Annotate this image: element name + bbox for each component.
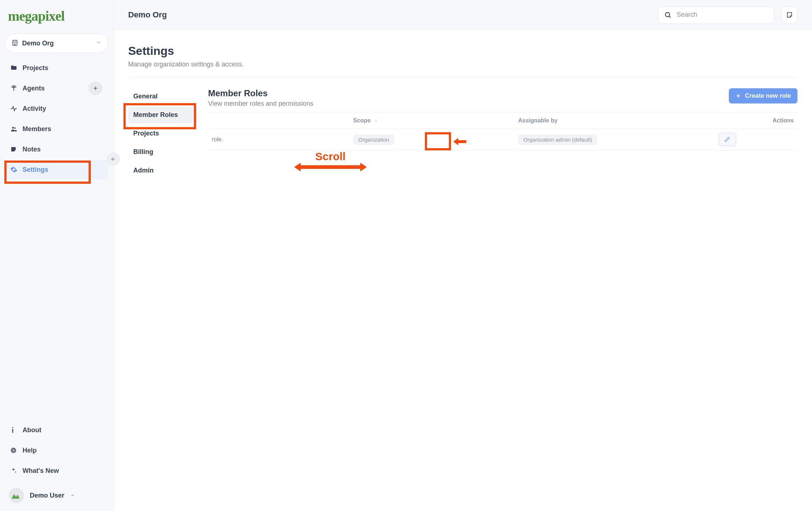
breadcrumb-title: Demo Org xyxy=(128,10,167,20)
pencil-icon xyxy=(724,137,730,142)
svg-rect-3 xyxy=(14,42,15,43)
chevron-down-icon xyxy=(96,40,101,46)
create-role-button[interactable]: Create new role xyxy=(729,88,797,104)
tab-billing[interactable]: Billing xyxy=(128,144,197,160)
nav-label: Help xyxy=(23,447,37,454)
nav-about[interactable]: About xyxy=(5,420,108,440)
svg-rect-13 xyxy=(12,429,13,433)
tab-general[interactable]: General xyxy=(128,88,197,105)
info-icon xyxy=(10,427,23,433)
nav-agents[interactable]: Agents xyxy=(5,78,108,98)
panel-title: Member Roles xyxy=(208,88,313,98)
nav-label: Agents xyxy=(23,85,45,92)
assignable-chip: Organization admin (default) xyxy=(518,134,597,145)
org-selector[interactable]: Demo Org xyxy=(5,33,108,53)
roles-table: Scope Assignable by Actions role. Organi… xyxy=(208,113,797,151)
svg-point-7 xyxy=(13,87,15,88)
svg-line-18 xyxy=(669,16,671,17)
sparkles-icon xyxy=(10,467,23,474)
note-icon xyxy=(10,146,23,153)
role-name-cell: role. xyxy=(208,129,350,151)
brand-logo: megapixel xyxy=(8,8,105,24)
nav-label: Settings xyxy=(23,166,48,174)
tab-member-roles[interactable]: Member Roles xyxy=(128,107,197,123)
chevron-up-icon xyxy=(70,493,75,498)
svg-point-11 xyxy=(14,127,16,129)
nav-label: Activity xyxy=(23,105,46,113)
nav-projects[interactable]: Projects xyxy=(5,58,108,78)
sort-icon xyxy=(374,119,378,123)
nav-members[interactable]: Members xyxy=(5,119,108,139)
svg-rect-2 xyxy=(15,41,16,42)
panel-subtitle: View member roles and permissions xyxy=(208,100,313,108)
svg-text:?: ? xyxy=(12,449,15,453)
page-subtitle: Manage organization settings & access. xyxy=(128,61,797,68)
plus-icon xyxy=(735,93,741,99)
scope-chip: Organization xyxy=(353,134,394,145)
settings-tabs: General Member Roles Projects Billing Ad… xyxy=(128,88,197,179)
nav-help[interactable]: ? Help xyxy=(5,441,108,460)
nav-label: What's New xyxy=(23,467,59,475)
topbar: Demo Org xyxy=(114,0,812,30)
antenna-icon xyxy=(10,85,23,92)
edit-role-button[interactable] xyxy=(719,133,736,146)
building-icon xyxy=(12,40,19,46)
nav-label: Notes xyxy=(23,146,41,153)
gear-icon xyxy=(10,166,23,173)
main: Demo Org Settings Manage organization se… xyxy=(114,0,812,511)
search-icon xyxy=(664,11,671,19)
user-menu[interactable]: Demo User xyxy=(5,486,108,505)
svg-rect-5 xyxy=(15,44,16,45)
nav-label: Members xyxy=(23,125,51,133)
nav-whats-new[interactable]: What's New xyxy=(5,461,108,480)
nav-label: Projects xyxy=(23,64,48,72)
tab-projects[interactable]: Projects xyxy=(128,125,197,142)
folder-icon xyxy=(10,64,23,72)
table-row: role. Organization Organization admin (d… xyxy=(208,129,797,151)
secondary-nav: About ? Help What's New xyxy=(5,420,108,480)
page-title: Settings xyxy=(128,44,797,58)
svg-rect-4 xyxy=(15,42,16,43)
arrow-left-icon xyxy=(110,156,116,162)
create-role-label: Create new role xyxy=(745,92,791,100)
search-box[interactable] xyxy=(658,6,774,24)
nav-label: About xyxy=(23,426,41,434)
avatar xyxy=(9,488,24,503)
col-assignable-by: Assignable by xyxy=(515,113,715,129)
page-header: Settings Manage organization settings & … xyxy=(128,44,797,78)
new-note-button[interactable] xyxy=(781,6,797,24)
tab-admin[interactable]: Admin xyxy=(128,162,197,179)
add-agent-button[interactable] xyxy=(89,81,102,95)
activity-icon xyxy=(10,105,23,112)
nav-activity[interactable]: Activity xyxy=(5,99,108,118)
members-icon xyxy=(10,125,23,133)
user-name: Demo User xyxy=(30,492,64,499)
help-icon: ? xyxy=(10,447,23,454)
org-name: Demo Org xyxy=(22,40,54,47)
svg-point-17 xyxy=(665,12,670,17)
search-input[interactable] xyxy=(677,11,768,19)
primary-nav: Projects Agents Activity xyxy=(5,58,108,179)
sticky-note-icon xyxy=(786,11,793,19)
nav-notes[interactable]: Notes xyxy=(5,139,108,159)
col-actions: Actions xyxy=(715,113,797,129)
settings-panel: Member Roles View member roles and permi… xyxy=(208,88,797,151)
svg-point-10 xyxy=(12,127,14,129)
svg-rect-1 xyxy=(14,41,15,42)
svg-point-12 xyxy=(12,427,13,428)
col-scope[interactable]: Scope xyxy=(350,113,515,129)
sidebar-collapse-button[interactable] xyxy=(107,153,120,166)
sidebar: megapixel Demo Org Projects xyxy=(0,0,114,511)
nav-settings[interactable]: Settings xyxy=(5,160,108,179)
